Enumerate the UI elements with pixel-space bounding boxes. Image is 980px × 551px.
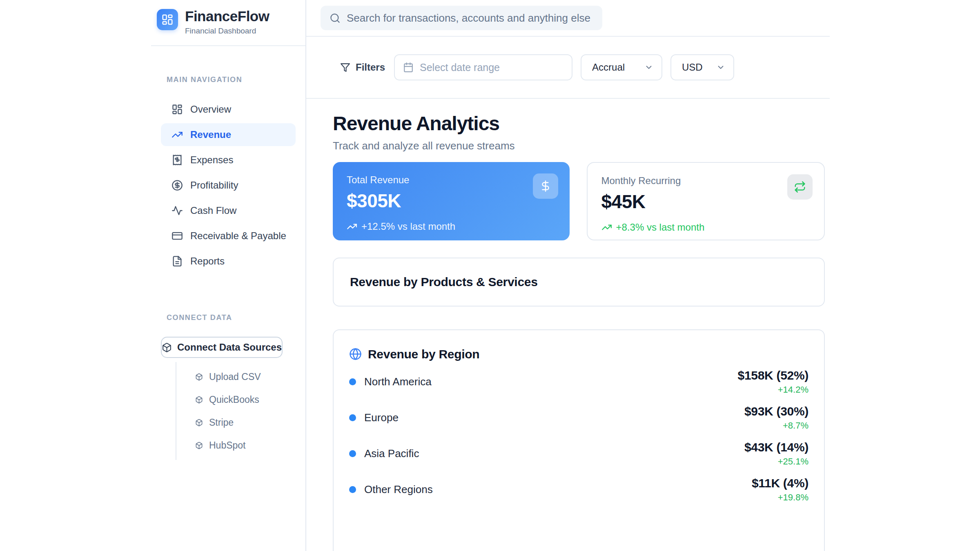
sidebar-item-profitability[interactable]: Profitability bbox=[161, 174, 296, 197]
region-row-other-regions: Other Regions $11K (4%) +19.8% bbox=[349, 477, 808, 502]
connect-data-label: CONNECT DATA bbox=[161, 313, 296, 322]
revenue-products-section: Revenue by Products & Services bbox=[333, 258, 825, 307]
source-item-hubspot[interactable]: HubSpot bbox=[176, 434, 296, 457]
package-cube-icon bbox=[195, 419, 203, 427]
repeat-icon-box bbox=[787, 174, 813, 200]
currency-select[interactable]: USD bbox=[670, 54, 734, 80]
main-navigation-label: MAIN NAVIGATION bbox=[161, 76, 296, 84]
products-section-title: Revenue by Products & Services bbox=[350, 275, 538, 289]
region-row-north-america: North America $158K (52%) +14.2% bbox=[349, 369, 808, 395]
region-name: North America bbox=[364, 375, 432, 388]
sidebar-item-cash-flow[interactable]: Cash Flow bbox=[161, 199, 296, 222]
date-range-input[interactable] bbox=[420, 62, 564, 73]
chevron-down-icon bbox=[716, 63, 725, 72]
region-value: $158K (52%) bbox=[738, 369, 808, 382]
region-section-title: Revenue by Region bbox=[368, 347, 479, 361]
region-dot bbox=[349, 450, 356, 457]
package-cube-icon bbox=[195, 442, 203, 449]
search-icon bbox=[330, 13, 341, 24]
total-revenue-card: Total Revenue $305K +12.5% vs last month bbox=[333, 162, 570, 240]
region-dot bbox=[349, 414, 356, 421]
dashboard-grid-icon bbox=[172, 104, 183, 115]
search-input[interactable] bbox=[347, 12, 593, 24]
package-cube-icon bbox=[195, 373, 203, 381]
region-section-header: Revenue by Region bbox=[349, 347, 808, 361]
filters-button[interactable]: Filters bbox=[340, 62, 385, 73]
accounting-method-select[interactable]: Accrual bbox=[581, 54, 662, 80]
sidebar-item-label: Profitability bbox=[190, 180, 238, 191]
page-subtitle: Track and analyze all revenue streams bbox=[333, 140, 825, 152]
sidebar-item-label: Reports bbox=[190, 256, 225, 267]
region-value: $93K (30%) bbox=[744, 404, 808, 418]
repeat-arrows-icon bbox=[794, 181, 806, 193]
brand-title: FinanceFlow bbox=[185, 9, 269, 24]
source-item-upload-csv[interactable]: Upload CSV bbox=[176, 365, 296, 388]
region-row-europe: Europe $93K (30%) +8.7% bbox=[349, 405, 808, 431]
credit-card-icon bbox=[172, 230, 183, 242]
trending-up-icon bbox=[347, 221, 357, 232]
filter-bar: Filters Accrual USD bbox=[306, 37, 830, 99]
region-name: Europe bbox=[364, 411, 399, 424]
accounting-method-value: Accrual bbox=[592, 62, 625, 73]
region-value: $43K (14%) bbox=[744, 440, 808, 454]
main-navigation: Overview Revenue Expenses Profitability … bbox=[161, 98, 296, 273]
app-logo bbox=[157, 9, 178, 30]
brand-subtitle: Financial Dashboard bbox=[185, 27, 269, 36]
kpi-value: $305K bbox=[347, 190, 556, 212]
main-area: Filters Accrual USD Revenue Analytics Tr… bbox=[306, 0, 830, 551]
dollar-icon-box bbox=[533, 173, 558, 199]
kpi-row: Total Revenue $305K +12.5% vs last month… bbox=[333, 162, 825, 240]
sidebar-item-reports[interactable]: Reports bbox=[161, 250, 296, 273]
receipt-icon bbox=[172, 154, 183, 166]
region-dot bbox=[349, 378, 356, 385]
page-content: Revenue Analytics Track and analyze all … bbox=[306, 99, 830, 551]
filters-label: Filters bbox=[356, 62, 385, 73]
global-search[interactable] bbox=[321, 6, 602, 30]
region-name: Other Regions bbox=[364, 483, 433, 496]
kpi-delta-text: +12.5% vs last month bbox=[361, 221, 455, 232]
region-delta: +19.8% bbox=[752, 492, 808, 503]
sidebar-item-overview[interactable]: Overview bbox=[161, 98, 296, 121]
connect-button-label: Connect Data Sources bbox=[177, 342, 282, 353]
revenue-region-section: Revenue by Region North America $158K (5… bbox=[333, 329, 825, 551]
circle-dollar-icon bbox=[172, 180, 183, 191]
trending-up-icon bbox=[172, 129, 183, 140]
sidebar-item-label: Cash Flow bbox=[190, 205, 236, 216]
globe-icon bbox=[349, 348, 362, 360]
funnel-icon bbox=[340, 62, 350, 73]
data-source-list: Upload CSV QuickBooks Stripe HubSpot bbox=[176, 362, 296, 460]
source-item-stripe[interactable]: Stripe bbox=[176, 411, 296, 434]
kpi-delta: +8.3% vs last month bbox=[601, 222, 811, 233]
file-text-icon bbox=[172, 256, 183, 267]
connect-data-sources-button[interactable]: Connect Data Sources bbox=[161, 337, 283, 358]
sidebar-item-label: Expenses bbox=[190, 154, 233, 166]
region-value: $11K (4%) bbox=[752, 476, 808, 490]
sidebar: FinanceFlow Financial Dashboard MAIN NAV… bbox=[0, 0, 306, 551]
sidebar-item-revenue[interactable]: Revenue bbox=[161, 123, 296, 146]
region-dot bbox=[349, 486, 356, 493]
brand-header: FinanceFlow Financial Dashboard bbox=[151, 0, 305, 46]
sidebar-item-receivable-payable[interactable]: Receivable & Payable bbox=[161, 224, 296, 247]
region-delta: +14.2% bbox=[738, 384, 808, 395]
chevron-down-icon bbox=[644, 63, 653, 72]
kpi-delta-text: +8.3% vs last month bbox=[616, 222, 705, 233]
page-title: Revenue Analytics bbox=[333, 112, 825, 136]
region-delta: +8.7% bbox=[744, 420, 808, 431]
kpi-value: $45K bbox=[601, 191, 811, 213]
kpi-delta: +12.5% vs last month bbox=[347, 221, 556, 232]
dashboard-grid-icon bbox=[161, 13, 174, 26]
sidebar-item-label: Overview bbox=[190, 104, 231, 115]
sidebar-item-label: Revenue bbox=[190, 129, 231, 140]
source-item-label: Upload CSV bbox=[209, 371, 261, 382]
activity-pulse-icon bbox=[172, 205, 183, 216]
currency-value: USD bbox=[682, 62, 703, 73]
monthly-recurring-card: Monthly Recurring $45K +8.3% vs last mon… bbox=[587, 162, 825, 240]
brand-text: FinanceFlow Financial Dashboard bbox=[185, 9, 269, 36]
package-cube-icon bbox=[162, 342, 172, 353]
date-range-picker[interactable] bbox=[394, 54, 572, 80]
sidebar-item-expenses[interactable]: Expenses bbox=[161, 149, 296, 171]
kpi-label: Total Revenue bbox=[347, 174, 556, 186]
source-item-label: Stripe bbox=[209, 417, 234, 428]
region-rows: North America $158K (52%) +14.2% Europe bbox=[349, 369, 808, 502]
source-item-quickbooks[interactable]: QuickBooks bbox=[176, 388, 296, 411]
